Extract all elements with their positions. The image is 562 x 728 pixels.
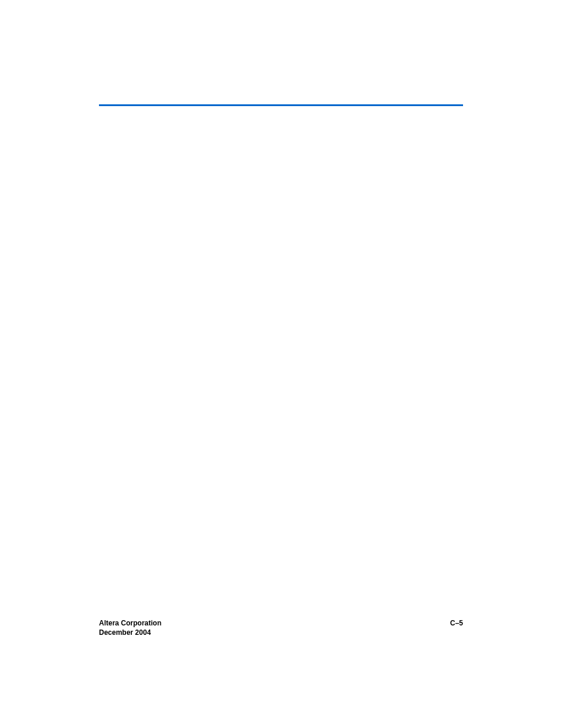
footer-left: Altera Corporation December 2004	[99, 619, 161, 637]
footer-company: Altera Corporation	[99, 619, 161, 627]
footer: Altera Corporation December 2004 C–5	[99, 619, 463, 637]
header-rule	[99, 104, 463, 106]
footer-page-number: C–5	[450, 619, 463, 627]
page-container: Altera Corporation December 2004 C–5	[0, 0, 562, 728]
footer-date: December 2004	[99, 628, 161, 637]
